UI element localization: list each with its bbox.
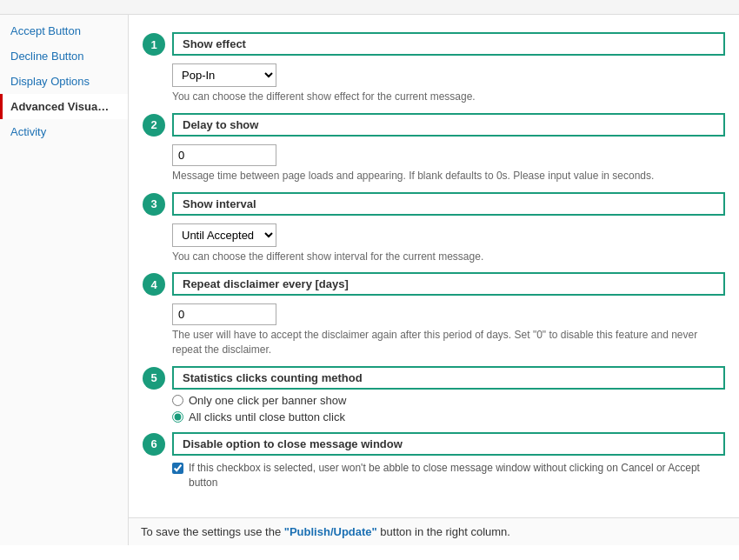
- sidebar-item-advanced-visual[interactable]: Advanced Visua…: [0, 94, 128, 119]
- section-label-6: Disable option to close message window: [172, 432, 725, 456]
- hint-text-1: You can choose the different show effect…: [172, 90, 725, 104]
- section-label-3: Show interval: [172, 192, 725, 216]
- checkbox-input-6[interactable]: [172, 463, 183, 474]
- content-wrapper: 1Show effectPop-InFade-InSlide-InNoneYou…: [129, 15, 739, 545]
- section-row-2: 2Delay to show: [143, 113, 725, 137]
- select-1[interactable]: Pop-InFade-InSlide-InNone: [172, 63, 276, 87]
- hint-text-4: The user will have to accept the disclai…: [172, 328, 725, 357]
- checkbox-label-6: If this checkbox is selected, user won't…: [189, 461, 725, 490]
- main-layout: Accept ButtonDecline ButtonDisplay Optio…: [0, 15, 739, 545]
- field-group-4: [172, 299, 725, 325]
- radio-group-5: Only one click per banner showAll clicks…: [172, 394, 725, 423]
- hint-text-3: You can choose the different show interv…: [172, 250, 725, 264]
- title-bar-controls: [702, 5, 730, 9]
- step-badge-1: 1: [143, 33, 165, 56]
- title-bar: [0, 0, 739, 15]
- section-label-2: Delay to show: [172, 113, 725, 137]
- section-row-5: 5Statistics clicks counting method: [143, 366, 725, 390]
- radio-input-5-0[interactable]: [172, 395, 183, 406]
- publish-update-link[interactable]: "Publish/Update": [284, 525, 377, 538]
- section-row-3: 3Show interval: [143, 192, 725, 216]
- content-scroll: 1Show effectPop-InFade-InSlide-InNoneYou…: [129, 15, 739, 517]
- section-label-5: Statistics clicks counting method: [172, 366, 725, 390]
- hint-text-2: Message time between page loads and appe…: [172, 169, 725, 183]
- section-label-1: Show effect: [172, 32, 725, 56]
- footer-text: To save the settings use the "Publish/Up…: [141, 525, 727, 538]
- checkbox-group-6: If this checkbox is selected, user won't…: [172, 461, 725, 490]
- step-badge-4: 4: [143, 273, 165, 296]
- sidebar: Accept ButtonDecline ButtonDisplay Optio…: [0, 15, 129, 545]
- section-label-4: Repeat disclaimer every [days]: [172, 272, 725, 296]
- section-row-4: 4Repeat disclaimer every [days]: [143, 272, 725, 296]
- field-group-3: Until AcceptedAlwaysOnceDailyWeekly: [172, 219, 725, 247]
- sidebar-item-display-options[interactable]: Display Options: [0, 69, 128, 94]
- step-badge-6: 6: [143, 433, 165, 456]
- collapse-down-button[interactable]: [713, 5, 720, 9]
- section-row-1: 1Show effect: [143, 32, 725, 56]
- radio-input-5-1[interactable]: [172, 411, 183, 423]
- select-3[interactable]: Until AcceptedAlwaysOnceDailyWeekly: [172, 223, 276, 247]
- sidebar-item-decline-button[interactable]: Decline Button: [0, 43, 128, 69]
- section-row-6: 6Disable option to close message window: [143, 432, 725, 456]
- step-badge-5: 5: [143, 367, 165, 390]
- step-badge-3: 3: [143, 193, 165, 216]
- sidebar-item-accept-button[interactable]: Accept Button: [0, 18, 128, 43]
- radio-label-5-0: Only one click per banner show: [189, 394, 346, 407]
- radio-label-5-1: All clicks until close button click: [189, 410, 345, 423]
- checkbox-row-6: If this checkbox is selected, user won't…: [172, 461, 725, 490]
- field-group-1: Pop-InFade-InSlide-InNone: [172, 59, 725, 87]
- close-panel-button[interactable]: [723, 5, 730, 9]
- step-badge-2: 2: [143, 114, 165, 137]
- radio-row-5-0: Only one click per banner show: [172, 394, 725, 407]
- footer-bar: To save the settings use the "Publish/Up…: [129, 517, 739, 545]
- radio-row-5-1: All clicks until close button click: [172, 410, 725, 423]
- collapse-up-button[interactable]: [702, 5, 709, 9]
- sidebar-item-activity[interactable]: Activity: [0, 119, 128, 144]
- field-group-2: [172, 140, 725, 166]
- input-4[interactable]: [172, 303, 276, 325]
- input-2[interactable]: [172, 144, 276, 166]
